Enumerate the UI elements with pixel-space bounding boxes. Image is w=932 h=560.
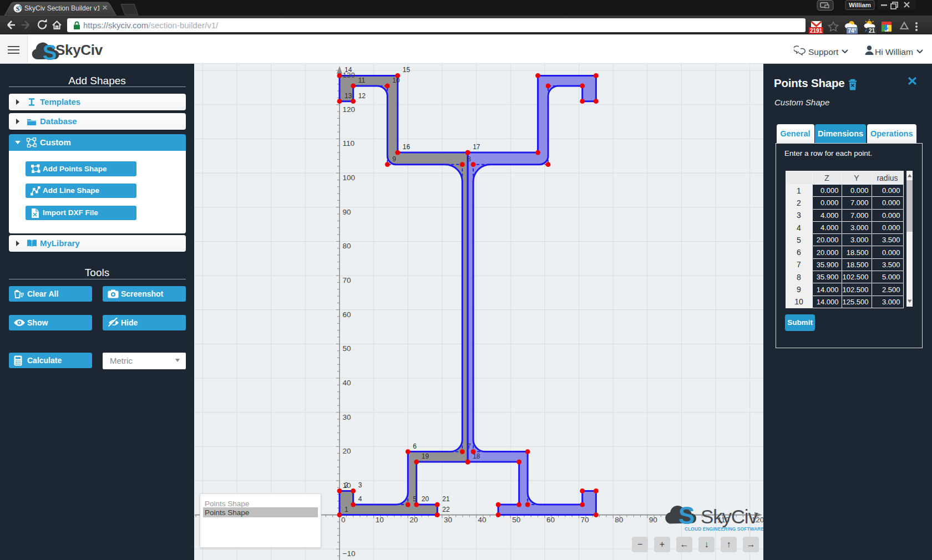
svg-text:−10: −10	[343, 549, 356, 558]
svg-text:2191: 2191	[810, 28, 823, 34]
svg-text:100: 100	[343, 174, 356, 182]
svg-text:74°: 74°	[848, 28, 856, 34]
svg-text:50: 50	[343, 344, 351, 353]
svg-text:110: 110	[343, 139, 355, 147]
svg-text:5: 5	[413, 495, 417, 503]
svg-text:30: 30	[444, 516, 452, 524]
svg-text:William: William	[849, 2, 871, 8]
svg-text:30: 30	[343, 413, 351, 421]
svg-text:11: 11	[358, 77, 366, 84]
svg-text:1: 1	[345, 506, 348, 513]
svg-text:20: 20	[409, 516, 418, 524]
svg-text:8: 8	[467, 155, 471, 163]
svg-text:CLOUD ENGINEERING SOFTWARE: CLOUD ENGINEERING SOFTWARE	[685, 526, 763, 532]
svg-text:22: 22	[442, 506, 450, 513]
svg-text:70: 70	[581, 516, 589, 524]
svg-text:120: 120	[752, 516, 763, 524]
svg-text:10: 10	[376, 516, 384, 524]
svg-text:7: 7	[467, 442, 471, 450]
svg-text:40: 40	[478, 516, 487, 524]
svg-text:17: 17	[473, 143, 480, 151]
svg-text:S: S	[43, 41, 57, 63]
svg-text:10: 10	[392, 77, 400, 84]
svg-text:90: 90	[343, 208, 351, 216]
svg-text:40: 40	[343, 379, 351, 387]
svg-text:60: 60	[546, 516, 555, 524]
svg-text:6: 6	[413, 442, 417, 450]
svg-text:14: 14	[345, 66, 352, 74]
svg-text:16: 16	[403, 143, 411, 151]
svg-text:110: 110	[717, 516, 730, 524]
svg-text:21: 21	[869, 28, 875, 34]
svg-text:12: 12	[358, 92, 366, 100]
svg-text:20: 20	[343, 447, 351, 455]
svg-text:SkyCiv: SkyCiv	[701, 506, 758, 527]
svg-text:90: 90	[649, 516, 657, 524]
svg-text:50: 50	[512, 516, 520, 524]
svg-text:19: 19	[422, 452, 429, 460]
svg-text:0: 0	[341, 516, 346, 524]
svg-text:120: 120	[343, 105, 356, 114]
svg-text:13: 13	[345, 92, 352, 100]
svg-text:70: 70	[343, 276, 351, 284]
svg-text:15: 15	[403, 66, 411, 74]
svg-text:18: 18	[473, 452, 480, 460]
svg-text:80: 80	[615, 516, 623, 524]
svg-text:2: 2	[345, 481, 348, 489]
svg-text:3: 3	[358, 481, 362, 489]
svg-text:S: S	[678, 502, 695, 529]
svg-text:60: 60	[343, 310, 351, 319]
svg-text:80: 80	[343, 242, 351, 250]
svg-text:20: 20	[422, 495, 429, 503]
svg-text:4: 4	[358, 495, 362, 503]
svg-text:9: 9	[392, 155, 396, 163]
svg-text:21: 21	[442, 495, 450, 503]
